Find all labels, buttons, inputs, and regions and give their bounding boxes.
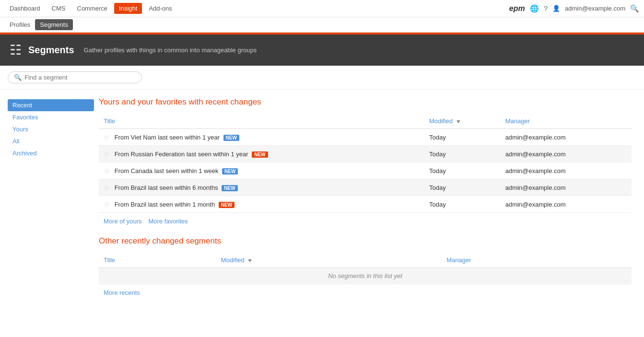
- sidebar-item-recent[interactable]: Recent: [8, 99, 94, 111]
- sidebar-item-all[interactable]: All: [8, 135, 94, 147]
- segment-link[interactable]: From Brazil last seen within 1 month NEW: [115, 201, 235, 208]
- subnav-segments[interactable]: Segments: [35, 19, 73, 30]
- nav-dashboard[interactable]: Dashboard: [5, 2, 45, 15]
- row-manager: admin@example.com: [501, 146, 632, 163]
- sort-caret-modified: [457, 120, 460, 123]
- row-manager: admin@example.com: [501, 163, 632, 179]
- search-input[interactable]: [24, 74, 136, 81]
- col-title-other: Title: [99, 253, 216, 268]
- nav-insight[interactable]: Insight: [114, 3, 142, 14]
- sidebar: Recent Favorites Yours All Archived: [8, 97, 94, 306]
- other-more-links: More recents: [104, 289, 627, 296]
- row-modified: Today: [424, 146, 501, 163]
- row-modified: Today: [424, 179, 501, 196]
- more-favorites-link[interactable]: More favorites: [148, 218, 187, 225]
- page-header: ☷ Segments Gather profiles with things i…: [0, 35, 644, 66]
- sidebar-item-archived[interactable]: Archived: [8, 147, 94, 159]
- segment-link[interactable]: From Brazil last seen within 6 months NE…: [115, 184, 238, 191]
- row-manager: admin@example.com: [501, 129, 632, 146]
- row-title: ☆ From Brazil last seen within 1 month N…: [99, 196, 424, 213]
- recent-table: Title Modified Manager ☆ From Viet Nam l…: [99, 114, 632, 213]
- segment-link[interactable]: From Russian Federation last seen within…: [115, 151, 268, 158]
- top-nav-right: epm ? admin@example.com 🔍: [509, 4, 639, 13]
- new-badge: NEW: [219, 202, 234, 208]
- row-modified: Today: [424, 129, 501, 146]
- top-search-icon[interactable]: 🔍: [630, 4, 639, 13]
- sidebar-item-favorites[interactable]: Favorites: [8, 111, 94, 123]
- sub-navigation: Profiles Segments: [0, 17, 644, 33]
- empty-message: No segments in this list yet: [99, 268, 632, 284]
- table-row: ☆ From Brazil last seen within 1 month N…: [99, 196, 632, 213]
- row-title: ☆ From Russian Federation last seen with…: [99, 146, 424, 163]
- table-row: ☆ From Viet Nam last seen within 1 year …: [99, 129, 632, 146]
- nav-commerce[interactable]: Commerce: [72, 2, 113, 15]
- logo-icon: epm: [509, 4, 525, 13]
- col-modified-other[interactable]: Modified: [216, 253, 442, 268]
- page-subtitle: Gather profiles with things in common in…: [84, 46, 257, 54]
- new-badge: NEW: [222, 168, 238, 174]
- search-container: 🔍: [0, 66, 644, 90]
- col-manager: Manager: [501, 114, 632, 129]
- sort-caret-modified-other: [248, 259, 252, 262]
- empty-row: No segments in this list yet: [99, 268, 632, 284]
- new-badge: NEW: [222, 185, 237, 191]
- top-navigation: Dashboard CMS Commerce Insight Add-ons e…: [0, 0, 644, 17]
- star-icon[interactable]: ☆: [104, 184, 110, 191]
- row-manager: admin@example.com: [501, 196, 632, 213]
- nav-cms[interactable]: CMS: [47, 2, 70, 15]
- page-title: Segments: [28, 45, 74, 56]
- row-modified: Today: [424, 196, 501, 213]
- row-title: ☆ From Brazil last seen within 6 months …: [99, 179, 424, 196]
- col-title: Title: [99, 114, 424, 129]
- star-icon[interactable]: ☆: [104, 200, 110, 208]
- other-section-heading: Other recently changed segments: [99, 236, 632, 246]
- table-row: ☆ From Russian Federation last seen with…: [99, 146, 632, 163]
- search-bar: 🔍: [8, 71, 142, 83]
- other-section: Other recently changed segments Title Mo…: [99, 236, 632, 296]
- star-icon[interactable]: ☆: [104, 150, 110, 158]
- row-modified: Today: [424, 163, 501, 179]
- table-row: ☆ From Brazil last seen within 6 months …: [99, 179, 632, 196]
- segment-link[interactable]: From Canada last seen within 1 week NEW: [115, 167, 238, 174]
- row-title: ☆ From Viet Nam last seen within 1 year …: [99, 129, 424, 146]
- other-table: Title Modified Manager No segments in th…: [99, 253, 632, 284]
- nav-addons[interactable]: Add-ons: [144, 2, 176, 15]
- more-recents-link[interactable]: More recents: [104, 289, 140, 296]
- segment-link[interactable]: From Viet Nam last seen within 1 year NE…: [115, 134, 239, 141]
- table-row: ☆ From Canada last seen within 1 week NE…: [99, 163, 632, 179]
- search-icon: 🔍: [14, 74, 22, 81]
- main-content: Yours and your favorites with recent cha…: [94, 97, 636, 306]
- help-icon[interactable]: ?: [544, 4, 548, 12]
- new-badge: NEW: [223, 135, 239, 141]
- user-icon: [552, 5, 560, 12]
- recent-section-heading: Yours and your favorites with recent cha…: [99, 97, 632, 107]
- content-area: Recent Favorites Yours All Archived Your…: [0, 90, 644, 314]
- new-badge: NEW: [252, 151, 268, 158]
- row-manager: admin@example.com: [501, 179, 632, 196]
- top-nav-links: Dashboard CMS Commerce Insight Add-ons: [5, 2, 509, 15]
- recent-more-links: More of yours More favorites: [104, 218, 627, 225]
- sidebar-item-yours[interactable]: Yours: [8, 123, 94, 135]
- row-title: ☆ From Canada last seen within 1 week NE…: [99, 163, 424, 179]
- star-icon[interactable]: ☆: [104, 133, 110, 141]
- col-manager-other: Manager: [442, 253, 632, 268]
- more-yours-link[interactable]: More of yours: [104, 218, 141, 225]
- user-email: admin@example.com: [565, 5, 625, 12]
- star-icon[interactable]: ☆: [104, 167, 110, 174]
- col-modified[interactable]: Modified: [424, 114, 501, 129]
- segments-icon: ☷: [10, 42, 22, 58]
- subnav-profiles[interactable]: Profiles: [5, 18, 35, 31]
- globe-icon[interactable]: [530, 4, 539, 13]
